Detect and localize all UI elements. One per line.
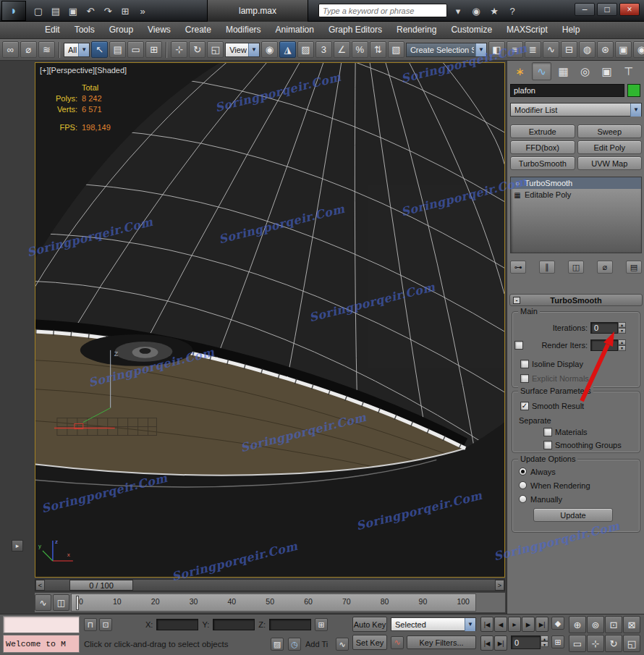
render-iters-spinner[interactable]: ▴▾ (590, 339, 626, 351)
viewport-label[interactable]: [+][Perspective][Shaded] (40, 66, 127, 75)
tab-utilities[interactable]: ⊤ (619, 62, 638, 80)
menu-create[interactable]: Create (178, 22, 219, 38)
edit-named-selections-icon[interactable]: ▧ (388, 41, 404, 58)
selection-region-icon[interactable]: ▭ (127, 41, 144, 58)
schematic-view-icon[interactable]: ⊟ (561, 41, 577, 58)
curve-editor-icon[interactable]: ∿ (543, 41, 559, 58)
3dsmax-logo-icon[interactable]: ◗ (1, 1, 26, 21)
modifier-visibility-icon[interactable]: ▦ (513, 191, 522, 199)
tab-hierarchy[interactable]: ▦ (554, 62, 573, 80)
favorites-icon[interactable]: ★ (486, 3, 502, 19)
key-filters-button[interactable]: Key Filters... (407, 635, 476, 649)
menu-modifiers[interactable]: Modifiers (219, 22, 268, 38)
maxscript-listener-input[interactable]: Welcome to M (3, 635, 80, 653)
redo-icon[interactable]: ↷ (100, 3, 116, 19)
chevron-down-icon[interactable]: ▼ (465, 618, 475, 631)
chevron-down-icon[interactable]: ▼ (78, 43, 89, 56)
render-setup-icon[interactable]: ⊛ (597, 41, 614, 58)
trackbar-filter-icon[interactable]: ◫ (53, 594, 69, 611)
current-frame-spinner[interactable]: 0 ▴▾ (511, 635, 548, 649)
render-iters-checkbox[interactable] (514, 341, 523, 350)
keyboard-override-icon[interactable]: ▨ (271, 638, 284, 651)
snap-3d-icon[interactable]: 3 (315, 41, 332, 58)
show-end-result-icon[interactable]: ∥ (539, 261, 555, 274)
select-and-manipulate-icon[interactable]: ◮ (279, 41, 296, 58)
selection-filter-dropdown[interactable]: All ▼ (64, 43, 90, 57)
next-key-button[interactable]: ▶| (494, 635, 507, 651)
spinner-down-icon[interactable]: ▾ (618, 328, 626, 334)
percent-snap-icon[interactable]: % (352, 41, 368, 58)
toolbar-overflow-icon[interactable]: » (135, 3, 151, 19)
stack-item-turbosmooth[interactable]: ○ TurboSmooth (511, 177, 641, 189)
zoom-icon[interactable]: ⊕ (569, 616, 586, 633)
maxscript-listener-output[interactable] (3, 616, 80, 633)
menu-help[interactable]: Help (555, 22, 588, 38)
iterations-value[interactable]: 0 (590, 322, 618, 334)
unlink-selection-icon[interactable]: ⌀ (20, 41, 37, 58)
maximize-viewport-icon[interactable]: ◱ (623, 635, 640, 652)
align-icon[interactable]: ≡ (507, 41, 523, 58)
auto-key-button[interactable]: Auto Key (352, 617, 387, 632)
key-filters-curve-icon[interactable]: ∿ (391, 636, 404, 649)
tab-motion[interactable]: ◎ (575, 62, 595, 80)
current-frame-marker[interactable] (76, 596, 79, 610)
infocenter-search[interactable] (318, 4, 447, 17)
play-button[interactable]: ► (508, 617, 521, 632)
menu-maxscript[interactable]: MAXScript (499, 22, 555, 38)
spinner-up-icon[interactable]: ▴ (541, 635, 548, 641)
x-coordinate-field[interactable] (156, 619, 198, 630)
tab-display[interactable]: ▣ (597, 62, 617, 80)
menu-group[interactable]: Group (102, 22, 140, 38)
spinner-snap-icon[interactable]: ⇅ (370, 41, 386, 58)
spinner-up-icon[interactable]: ▴ (618, 339, 626, 345)
radio-always[interactable]: Always (519, 466, 590, 477)
new-scene-icon[interactable]: ▢ (30, 3, 46, 19)
time-configuration-icon[interactable]: ⊞ (551, 635, 564, 648)
layer-manager-icon[interactable]: ≣ (525, 41, 541, 58)
tab-create[interactable]: ∗ (510, 62, 530, 80)
select-and-scale-icon[interactable]: ◱ (207, 41, 224, 58)
modifier-button-ffd-box[interactable]: FFD(box) (510, 140, 575, 154)
radio-icon[interactable] (519, 481, 527, 489)
orbit-icon[interactable]: ↻ (605, 635, 622, 652)
mini-curve-editor-icon[interactable]: ∿ (336, 638, 349, 651)
next-frame-button[interactable]: ▶ (522, 617, 535, 632)
chevron-down-icon[interactable]: ▼ (475, 43, 486, 56)
undo-icon[interactable]: ↶ (82, 3, 98, 19)
add-time-tag[interactable]: Add Ti (305, 640, 331, 648)
radio-icon[interactable] (519, 495, 527, 503)
bind-to-spacewarp-icon[interactable]: ≋ (38, 41, 55, 58)
current-frame-value[interactable]: 0 (511, 635, 541, 649)
object-color-swatch[interactable] (627, 84, 640, 97)
radio-when-rendering[interactable]: When Rendering (519, 480, 590, 491)
go-to-end-button[interactable]: ▶| (535, 617, 548, 632)
remove-modifier-icon[interactable]: ⌀ (597, 261, 613, 274)
time-tag-icon[interactable]: ◷ (288, 638, 301, 651)
rendered-frame-icon[interactable]: ▣ (615, 41, 632, 58)
zoom-extents-all-icon[interactable]: ⊠ (623, 616, 640, 633)
viewport-layout-tab[interactable]: ▸ (12, 540, 23, 552)
reference-coordinate-dropdown[interactable]: View ▼ (225, 43, 260, 57)
zoom-all-icon[interactable]: ⊚ (587, 616, 604, 633)
angle-snap-icon[interactable]: ∠ (334, 41, 350, 58)
menu-edit[interactable]: Edit (38, 22, 67, 38)
isoline-display-checkbox[interactable] (520, 360, 529, 368)
tab-modify[interactable]: ∿ (532, 62, 551, 80)
close-button[interactable]: × (619, 3, 640, 16)
menu-views[interactable]: Views (140, 22, 178, 38)
iterations-spinner[interactable]: 0 ▴▾ (590, 322, 626, 334)
communication-center-icon[interactable]: ◉ (468, 3, 484, 19)
object-name-field[interactable] (510, 84, 624, 97)
make-unique-icon[interactable]: ◫ (568, 261, 584, 274)
select-and-link-icon[interactable]: ∞ (2, 41, 19, 58)
spinner-up-icon[interactable]: ▴ (618, 322, 626, 328)
menu-animation[interactable]: Animation (268, 22, 321, 38)
go-to-start-button[interactable]: |◀ (480, 617, 493, 632)
next-frame-arrow[interactable]: > (495, 580, 504, 591)
absolute-offset-icon[interactable]: ⊡ (99, 618, 112, 631)
search-options-icon[interactable]: ▾ (450, 3, 466, 19)
select-and-move-icon[interactable]: ⊹ (171, 41, 187, 58)
smooth-result-checkbox[interactable]: ✓ (520, 402, 529, 410)
pan-icon[interactable]: ⊹ (587, 635, 604, 652)
menu-customize[interactable]: Customize (444, 22, 499, 38)
